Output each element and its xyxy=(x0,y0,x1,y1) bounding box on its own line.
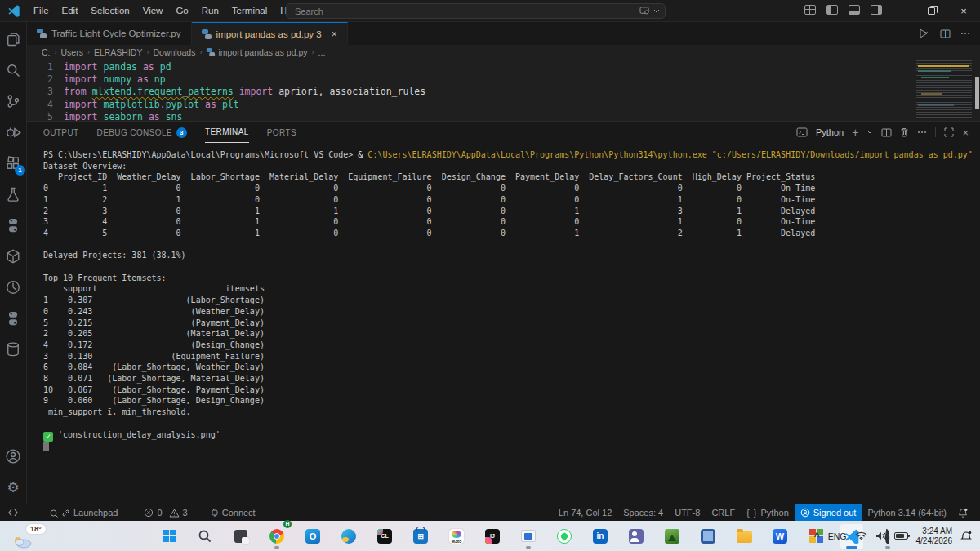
tab-debug-console[interactable]: DEBUG CONSOLE 3 xyxy=(97,122,187,143)
search-input[interactable]: Search xyxy=(286,3,666,19)
clion-icon[interactable]: CL xyxy=(372,523,397,549)
kill-terminal-icon[interactable] xyxy=(900,127,909,137)
volume-icon[interactable] xyxy=(875,531,886,540)
encoding[interactable]: UTF-8 xyxy=(669,504,706,522)
tab-label: import pandas as pd.py 3 xyxy=(216,29,322,39)
tab-output[interactable]: OUTPUT xyxy=(43,122,79,143)
calculator-icon[interactable] xyxy=(696,523,720,549)
breadcrumb-item[interactable]: ELRASHIDY xyxy=(94,47,143,57)
testing-icon[interactable] xyxy=(3,184,23,204)
python-extension-icon[interactable] xyxy=(3,216,23,235)
terminal-output[interactable]: PS C:\Users\ELRASHIDY\AppData\Local\Prog… xyxy=(27,143,980,453)
remote-indicator[interactable] xyxy=(0,504,24,522)
menu-selection[interactable]: Selection xyxy=(84,3,136,18)
connect-item[interactable]: Connect xyxy=(205,504,261,522)
breadcrumb-item[interactable]: Users xyxy=(61,47,83,57)
terminal-dropdown-icon[interactable] xyxy=(866,130,873,135)
chevron-down-icon[interactable] xyxy=(653,9,660,14)
cursor-position[interactable]: Ln 74, Col 12 xyxy=(553,504,617,522)
code-editor[interactable]: 1import pandas as pd2import numpy as np3… xyxy=(27,59,980,121)
menu-go[interactable]: Go xyxy=(169,3,194,18)
chrome-icon[interactable]: H xyxy=(265,523,289,549)
whatsapp-icon[interactable] xyxy=(552,523,577,549)
maximize-panel-icon[interactable] xyxy=(944,127,954,137)
breadcrumb-item[interactable]: C: xyxy=(42,47,51,57)
eol-sequence[interactable]: CRLF xyxy=(706,504,741,522)
screen-mirror-icon[interactable] xyxy=(516,523,541,549)
breadcrumb-item[interactable]: ... xyxy=(318,47,326,57)
tab-ports[interactable]: PORTS xyxy=(267,122,296,143)
problems-item[interactable]: 0 3 xyxy=(138,504,193,522)
clock[interactable]: 3:24 AM 4/24/2026 xyxy=(916,527,953,546)
toggle-sidebar-icon[interactable] xyxy=(826,5,838,15)
settings-gear-icon[interactable]: ⚙ xyxy=(3,478,23,497)
linkedin-icon[interactable]: in xyxy=(588,523,612,549)
source-control-icon[interactable] xyxy=(3,91,23,111)
file-explorer-icon[interactable] xyxy=(732,523,756,549)
game-icon[interactable] xyxy=(660,523,684,549)
run-debug-icon[interactable] xyxy=(3,122,23,142)
notification-center-icon[interactable] xyxy=(960,531,972,542)
indentation[interactable]: Spaces: 4 xyxy=(617,504,669,522)
menu-terminal[interactable]: Terminal xyxy=(225,3,274,18)
more-actions-icon[interactable] xyxy=(960,32,970,35)
close-button[interactable]: × xyxy=(947,0,980,22)
account-icon[interactable] xyxy=(3,447,23,466)
menu-edit[interactable]: Edit xyxy=(56,3,85,18)
notifications-bell-icon[interactable] xyxy=(952,504,973,522)
more-actions-icon[interactable] xyxy=(917,131,927,134)
word-icon[interactable]: W xyxy=(768,523,792,549)
browser-swirl-icon[interactable] xyxy=(336,523,361,549)
start-icon[interactable] xyxy=(157,523,181,549)
minimap[interactable] xyxy=(916,60,972,119)
cube-extension-icon[interactable] xyxy=(3,247,23,266)
tab-traffic-light-optimizer[interactable]: Traffic Light Cycle Optimizer.py xyxy=(27,22,192,45)
wifi-icon[interactable] xyxy=(855,531,867,540)
search-icon[interactable] xyxy=(3,60,23,80)
line-number: 2 xyxy=(27,73,64,86)
terminal-cursor xyxy=(43,442,49,451)
copilot-icon[interactable] xyxy=(639,7,650,16)
minimize-button[interactable] xyxy=(882,0,915,22)
menu-run[interactable]: Run xyxy=(195,3,225,18)
customize-layout-icon[interactable] xyxy=(804,5,816,15)
split-editor-icon[interactable] xyxy=(940,29,951,38)
toggle-panel-icon[interactable] xyxy=(849,5,860,15)
extensions-icon[interactable]: 1 xyxy=(3,153,23,173)
microsoft-365-copilot-icon[interactable]: M365 xyxy=(444,523,469,549)
weather-widget[interactable]: 18° xyxy=(11,524,60,549)
explorer-icon[interactable] xyxy=(3,29,23,49)
tab-terminal[interactable]: TERMINAL xyxy=(205,122,249,143)
language-indicator[interactable]: ENG xyxy=(828,531,847,541)
launchpad-item[interactable]: Launchpad xyxy=(43,504,123,522)
run-python-file-icon[interactable] xyxy=(919,29,930,38)
python-environment-icon[interactable] xyxy=(3,309,23,328)
toggle-secondary-sidebar-icon[interactable] xyxy=(871,5,882,15)
battery-icon[interactable] xyxy=(894,532,908,540)
menu-file[interactable]: File xyxy=(27,3,56,18)
language-mode[interactable]: { }Python xyxy=(741,504,795,522)
shell-label[interactable]: Python xyxy=(816,127,844,137)
database-icon[interactable] xyxy=(3,340,23,359)
teams-icon[interactable] xyxy=(624,523,648,549)
split-terminal-icon[interactable] xyxy=(881,128,892,137)
outlook-icon[interactable]: O xyxy=(301,523,325,549)
search-icon[interactable] xyxy=(193,523,217,549)
python-interpreter[interactable]: Python 3.14 (64-bit) xyxy=(862,504,952,522)
tab-import-pandas[interactable]: import pandas as pd.py 3 × xyxy=(192,22,348,45)
close-panel-icon[interactable]: × xyxy=(962,127,969,139)
breadcrumb-item[interactable]: import pandas as pd.py xyxy=(218,47,307,57)
new-terminal-icon[interactable]: + xyxy=(852,126,858,139)
signed-out-badge[interactable]: Signed out xyxy=(795,504,862,522)
scrollbar-thumb[interactable] xyxy=(975,77,979,109)
breadcrumb-item[interactable]: Downloads xyxy=(153,47,195,57)
intellij-idea-icon[interactable]: IJ xyxy=(480,523,505,549)
restore-button[interactable] xyxy=(915,0,947,22)
hidden-icons-chevron[interactable]: ^ xyxy=(814,531,820,542)
snipping-tool-icon[interactable] xyxy=(229,523,253,549)
profiler-icon[interactable] xyxy=(3,278,23,297)
breadcrumb[interactable]: C:› Users› ELRASHIDY› Downloads› import … xyxy=(27,45,980,59)
menu-view[interactable]: View xyxy=(136,3,170,18)
close-tab-icon[interactable]: × xyxy=(332,29,337,40)
store-icon[interactable]: ⊞ xyxy=(408,523,433,549)
